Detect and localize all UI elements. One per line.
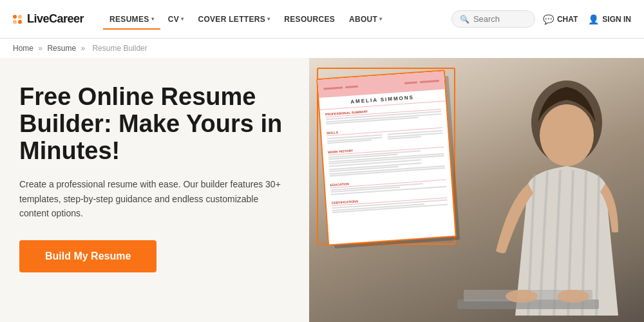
- hero-image: AMELIA SIMMONS PROFESSIONAL SUMMARY SKIL…: [309, 58, 644, 322]
- hero-section: Free Online Resume Builder: Make Yours i…: [0, 58, 644, 322]
- svg-point-10: [506, 290, 538, 303]
- breadcrumb-current: Resume Builder: [92, 44, 147, 53]
- nav-resumes[interactable]: RESUMES ▾: [103, 10, 160, 29]
- hero-title: Free Online Resume Builder: Make Yours i…: [19, 84, 290, 164]
- person-silhouette: [425, 71, 644, 322]
- search-icon: 🔍: [460, 15, 469, 24]
- header: LiveCareer RESUMES ▾ CV ▾ COVER LETTERS …: [0, 0, 644, 39]
- nav-cv[interactable]: CV ▾: [162, 10, 191, 29]
- logo-icon: [13, 15, 22, 24]
- chevron-down-icon: ▾: [181, 16, 184, 22]
- chevron-down-icon: ▾: [379, 16, 382, 22]
- chevron-down-icon: ▾: [267, 16, 270, 22]
- chevron-down-icon: ▾: [151, 16, 154, 22]
- search-bar[interactable]: 🔍: [451, 10, 535, 28]
- breadcrumb-separator: »: [38, 44, 44, 53]
- logo[interactable]: LiveCareer: [13, 12, 84, 26]
- resume-preview: AMELIA SIMMONS PROFESSIONAL SUMMARY SKIL…: [316, 70, 457, 245]
- chat-icon: 💬: [543, 14, 554, 24]
- search-input[interactable]: [473, 14, 531, 24]
- nav-cover-letters[interactable]: COVER LETTERS ▾: [191, 10, 276, 29]
- main-nav: RESUMES ▾ CV ▾ COVER LETTERS ▾ RESOURCES…: [103, 10, 451, 29]
- hero-content: Free Online Resume Builder: Make Yours i…: [0, 58, 309, 322]
- nav-resources[interactable]: RESOURCES: [278, 10, 341, 29]
- breadcrumb-resume[interactable]: Resume: [47, 44, 76, 53]
- breadcrumb-home[interactable]: Home: [13, 44, 33, 53]
- signin-button[interactable]: 👤 SIGN IN: [588, 14, 631, 24]
- svg-point-11: [557, 290, 589, 303]
- chat-button[interactable]: 💬 CHAT: [543, 14, 578, 24]
- logo-text: LiveCareer: [27, 12, 84, 26]
- breadcrumb-separator: »: [80, 44, 87, 53]
- hero-description: Create a professional resume with ease. …: [19, 177, 290, 220]
- build-resume-button[interactable]: Build My Resume: [19, 240, 156, 272]
- user-icon: 👤: [588, 14, 599, 24]
- svg-point-1: [540, 104, 594, 166]
- breadcrumb: Home » Resume » Resume Builder: [0, 39, 644, 58]
- nav-about[interactable]: ABOUT ▾: [343, 10, 388, 29]
- header-actions: 💬 CHAT 👤 SIGN IN: [543, 14, 631, 24]
